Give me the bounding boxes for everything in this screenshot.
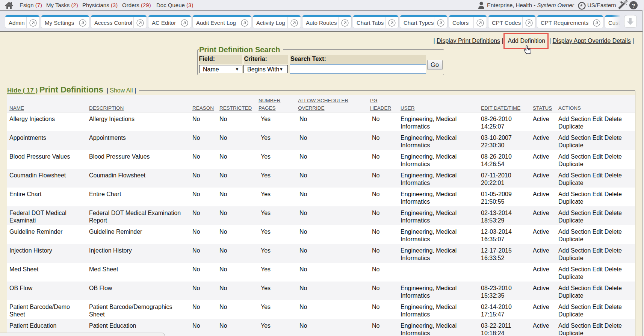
svg-text:?: ? (632, 2, 635, 9)
